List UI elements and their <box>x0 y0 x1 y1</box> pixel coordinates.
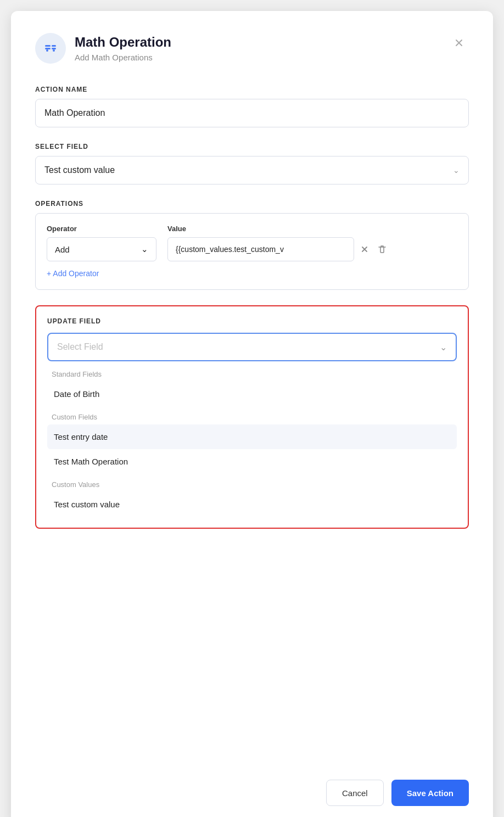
modal-footer: Cancel Save Action <box>326 780 469 806</box>
select-field-value: Test custom value <box>44 165 115 175</box>
svg-rect-1 <box>45 48 51 49</box>
close-icon <box>453 37 464 48</box>
update-field-label: UPDATE FIELD <box>47 317 457 325</box>
operations-label: OPERATIONS <box>35 200 469 208</box>
dropdown-item-date-of-birth[interactable]: Date of Birth <box>47 382 457 406</box>
operations-row: Operator Add ⌄ Value <box>47 225 457 261</box>
select-field-dropdown[interactable]: Test custom value ⌄ <box>35 156 469 184</box>
operations-box: Operator Add ⌄ Value <box>35 213 469 290</box>
update-field-select[interactable]: Select Field ⌄ <box>47 333 457 361</box>
select-field-chevron-icon: ⌄ <box>440 342 447 352</box>
add-operator-button[interactable]: + Add Operator <box>47 269 99 278</box>
action-name-label: ACTION NAME <box>35 86 469 93</box>
modal-container: Math Operation Add Math Operations ACTIO… <box>11 11 493 817</box>
action-name-section: ACTION NAME <box>35 86 469 127</box>
dropdown-item-test-entry-date[interactable]: Test entry date <box>47 424 457 449</box>
trash-icon <box>377 244 387 254</box>
value-input[interactable] <box>167 237 354 261</box>
select-field-label: SELECT FIELD <box>35 143 469 150</box>
custom-fields-group-label: Custom Fields <box>47 406 457 424</box>
operator-col-label: Operator <box>47 225 156 233</box>
chevron-down-icon: ⌄ <box>453 166 460 175</box>
modal-icon <box>35 33 66 64</box>
close-icon <box>361 245 368 253</box>
svg-rect-0 <box>45 45 51 47</box>
svg-point-5 <box>46 49 48 52</box>
update-field-section: UPDATE FIELD Select Field ⌄ Standard Fie… <box>35 305 469 529</box>
operator-select[interactable]: Add ⌄ <box>47 237 156 261</box>
cancel-button[interactable]: Cancel <box>326 780 384 806</box>
select-field-placeholder: Select Field <box>57 342 103 352</box>
header-left: Math Operation Add Math Operations <box>35 33 171 64</box>
svg-point-4 <box>53 49 55 52</box>
modal-header: Math Operation Add Math Operations <box>35 33 469 64</box>
custom-values-group-label: Custom Values <box>47 474 457 492</box>
svg-rect-3 <box>52 48 56 49</box>
modal-title: Math Operation <box>75 35 171 51</box>
clear-value-button[interactable] <box>359 243 371 255</box>
value-col-label: Value <box>167 225 389 233</box>
add-operator-label: + Add Operator <box>47 269 99 278</box>
dropdown-item-test-custom-value[interactable]: Test custom value <box>47 492 457 517</box>
operator-value: Add <box>55 245 70 254</box>
delete-value-button[interactable] <box>375 242 389 256</box>
dropdown-list: Standard Fields Date of Birth Custom Fie… <box>47 363 457 517</box>
math-icon <box>43 41 58 56</box>
modal-subtitle: Add Math Operations <box>75 53 171 62</box>
operator-chevron-icon: ⌄ <box>141 244 148 254</box>
action-name-input[interactable] <box>35 99 469 127</box>
value-col: Value <box>167 225 389 261</box>
select-field-section: SELECT FIELD Test custom value ⌄ <box>35 143 469 184</box>
title-group: Math Operation Add Math Operations <box>75 35 171 62</box>
standard-fields-group-label: Standard Fields <box>47 363 457 382</box>
operations-section: OPERATIONS Operator Add ⌄ Value <box>35 200 469 290</box>
save-action-button[interactable]: Save Action <box>391 780 469 806</box>
close-button[interactable] <box>449 33 469 53</box>
svg-rect-2 <box>52 45 56 47</box>
operator-col: Operator Add ⌄ <box>47 225 156 261</box>
value-input-wrap <box>167 237 389 261</box>
dropdown-item-test-math-operation[interactable]: Test Math Operation <box>47 449 457 474</box>
